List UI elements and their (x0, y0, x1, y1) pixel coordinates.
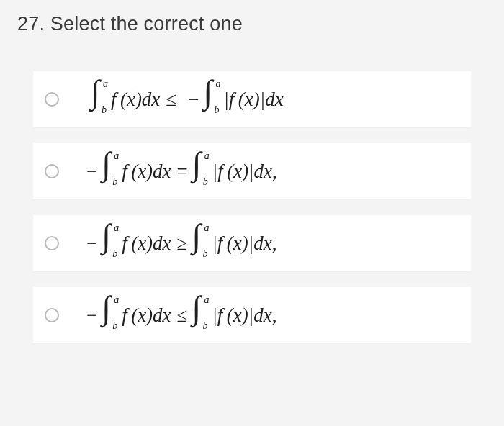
integral-lower: b (203, 176, 208, 188)
integrand-left: f (x)dx (122, 304, 171, 327)
integral-lower: b (112, 248, 117, 260)
leading-op: − (86, 160, 97, 183)
integral-lower: b (202, 248, 207, 260)
integral-symbol: ∫ (203, 76, 212, 109)
relation: ≥ (177, 232, 188, 255)
option-1[interactable]: ∫ a b f (x)dx ≤ − ∫ a b |f (x)|dx (33, 71, 471, 127)
integral-upper: a (204, 294, 209, 306)
integral-icon: ∫ a b (194, 155, 212, 188)
integral-icon: ∫ a b (193, 299, 212, 332)
integral-upper: a (204, 222, 209, 234)
radio-icon (45, 92, 59, 106)
relation: = (177, 160, 188, 183)
radio-icon (45, 164, 59, 178)
integral-upper: a (215, 78, 220, 90)
leading-op: − (86, 232, 97, 255)
question-text: Select the correct one (50, 13, 243, 35)
integrand-left: f (x)dx (122, 160, 171, 183)
integral-upper: a (114, 222, 119, 234)
integral-symbol: ∫ (192, 148, 202, 181)
integrand-right: |f (x)|dx (212, 232, 271, 255)
trailing: , (272, 232, 277, 255)
integral-icon: ∫ a b (103, 155, 122, 188)
integral-symbol: ∫ (192, 291, 201, 325)
integral-icon: ∫ a b (92, 83, 111, 116)
question-number: 27. (17, 13, 45, 35)
integral-lower: b (112, 320, 117, 332)
integrand-left: f (x)dx (111, 89, 160, 111)
integral-upper: a (204, 150, 210, 162)
integral-upper: a (114, 150, 119, 162)
trailing: , (272, 304, 277, 327)
option-2[interactable]: − ∫ a b f (x)dx = ∫ a b |f (x)|dx , (33, 143, 471, 199)
radio-icon (45, 236, 59, 250)
relation: ≤ (177, 304, 188, 327)
minus-op: − (188, 89, 199, 111)
integral-lower: b (112, 176, 117, 188)
integrand-left: f (x)dx (122, 232, 171, 255)
integral-symbol: ∫ (102, 291, 111, 325)
options-list: ∫ a b f (x)dx ≤ − ∫ a b |f (x)|dx − ∫ a … (0, 71, 504, 343)
integrand-right: |f (x)|dx (223, 89, 283, 111)
integrand-right: |f (x)|dx (212, 304, 271, 327)
option-3[interactable]: − ∫ a b f (x)dx ≥ ∫ a b |f (x)|dx , (33, 215, 471, 271)
option-2-expression: − ∫ a b f (x)dx = ∫ a b |f (x)|dx , (81, 155, 277, 188)
integral-lower: b (202, 320, 207, 332)
integral-icon: ∫ a b (193, 227, 212, 260)
integral-icon: ∫ a b (204, 83, 223, 116)
integral-lower: b (102, 104, 107, 116)
integral-lower: b (214, 104, 219, 116)
integral-upper: a (114, 294, 119, 306)
integral-symbol: ∫ (102, 148, 111, 181)
integral-icon: ∫ a b (103, 227, 122, 260)
integral-symbol: ∫ (91, 76, 100, 109)
integrand-right: |f (x)|dx (212, 160, 272, 183)
radio-icon (45, 308, 59, 322)
integral-symbol: ∫ (192, 219, 201, 253)
integral-symbol: ∫ (102, 219, 111, 253)
trailing: , (272, 160, 277, 183)
leading-op: − (86, 304, 97, 327)
integral-upper: a (103, 78, 108, 90)
option-3-expression: − ∫ a b f (x)dx ≥ ∫ a b |f (x)|dx , (81, 227, 276, 260)
integral-icon: ∫ a b (103, 299, 122, 332)
option-4-expression: − ∫ a b f (x)dx ≤ ∫ a b |f (x)|dx , (81, 299, 276, 332)
option-1-expression: ∫ a b f (x)dx ≤ − ∫ a b |f (x)|dx (81, 83, 284, 116)
relation: ≤ (166, 89, 176, 111)
option-4[interactable]: − ∫ a b f (x)dx ≤ ∫ a b |f (x)|dx , (33, 287, 471, 343)
question-prompt: 27. Select the correct one (0, 0, 504, 42)
